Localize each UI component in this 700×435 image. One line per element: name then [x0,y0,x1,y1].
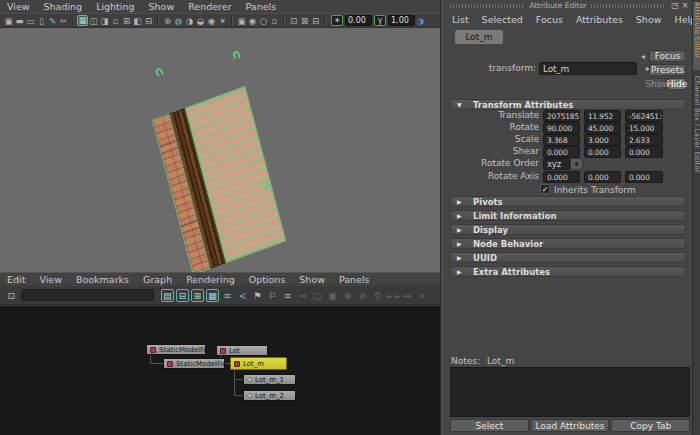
menu-graph[interactable]: Graph [143,274,172,285]
drag-handle[interactable] [450,4,525,8]
add-iterations-icon[interactable]: ++ [385,290,400,301]
attribute-editor-titlebar[interactable]: Attribute Editor ◳ × [443,0,693,11]
rotate-axis-z-field[interactable] [625,171,663,183]
hide-button[interactable]: Hide [668,78,686,90]
section-uuid[interactable]: ▶ UUID [450,252,686,263]
menu-options[interactable]: Options [249,274,286,285]
menu-selected[interactable]: Selected [482,14,523,25]
shear-x-field[interactable] [543,146,580,158]
select-button[interactable]: Select [450,419,529,432]
tab-attribute-editor[interactable]: Attribute Editor [693,2,700,70]
remove-node-icon[interactable]: ⊗ [340,290,355,301]
transform-name-field[interactable] [539,62,637,75]
section-node-behavior[interactable]: ▶ Node Behavior [450,238,686,249]
close-icon[interactable]: × [680,1,690,10]
view-all-icon[interactable]: ⊞ [191,289,204,302]
render-region-icon[interactable]: ⊠ [299,15,310,27]
view-simple-icon[interactable]: ▤ [161,289,174,302]
zero-iterations-icon[interactable]: 0 [370,290,385,301]
notes-textarea[interactable] [450,367,690,417]
gamma-icon[interactable]: γ [374,15,386,26]
pane-bottom-icon[interactable]: ⊟ [143,15,154,27]
rotate-y-field[interactable] [584,122,621,134]
textured-icon[interactable]: ◑ [184,15,195,27]
section-transform-attributes[interactable]: ▼ Transform Attributes [450,99,686,110]
unpin-selected-icon[interactable]: ⚐ [265,290,280,301]
load-attributes-button[interactable]: Load Attributes [531,419,610,432]
menu-shading[interactable]: Shading [44,1,83,12]
translate-x-field[interactable] [543,110,580,122]
translate-y-field[interactable] [584,110,621,122]
pane-left-icon[interactable]: ◧ [132,15,143,27]
menu-renderer[interactable]: Renderer [188,1,231,12]
node-staticmodelfinal[interactable]: StaticModelFinal [146,344,206,355]
pane-two-icon[interactable]: ◫ [88,15,99,27]
rotate-axis-x-field[interactable] [543,171,580,183]
shear-z-field[interactable] [625,146,663,158]
menu-list[interactable]: List [452,14,469,25]
inherits-transform-checkbox[interactable]: ✓ [540,184,550,194]
show-button[interactable]: Show [649,78,666,90]
pane-single-icon[interactable]: ▦ [77,15,88,26]
buffer-icon[interactable]: ⊟ [310,15,321,27]
pin-selected-icon[interactable]: ⚑ [250,290,265,301]
remove-unselected-icon[interactable]: ⊘ [355,290,370,301]
node-lot-m-selected[interactable]: Lot_m [230,357,287,370]
rotate-x-field[interactable] [543,122,580,134]
lights-icon[interactable]: ☀ [217,15,228,27]
camera-attributes-icon[interactable]: ▭ [25,15,36,27]
duplicate-node-icon[interactable]: ▣ [325,290,340,301]
drag-handle[interactable] [591,4,666,8]
pencil-icon[interactable]: ✎ [47,15,58,27]
lock-camera-icon[interactable]: ▬ [14,15,25,27]
menu-edit[interactable]: Edit [7,274,25,285]
node-lot-m-1[interactable]: Lot_m_1 [243,374,296,385]
snapshot-icon[interactable]: ⊡ [288,15,299,27]
wireframe-on-shaded-icon[interactable]: ○ [258,15,269,27]
gamma-input[interactable] [388,15,415,26]
shear-y-field[interactable] [584,146,621,158]
section-display[interactable]: ▶ Display [450,224,686,235]
lit-icon[interactable]: ◒ [195,15,206,27]
section-limit-information[interactable]: ▶ Limit Information [450,210,686,221]
menu-show[interactable]: Show [149,1,175,12]
rotate-z-field[interactable] [625,122,663,134]
node-lot[interactable]: Lot [216,345,268,356]
scale-z-field[interactable] [625,134,663,146]
viewport-canvas[interactable] [0,28,440,272]
node-staticmodelfin[interactable]: StaticModelFin... [163,358,225,369]
xray-icon[interactable]: ◉ [247,15,258,27]
focus-button[interactable]: Focus [649,50,686,62]
dropdown-arrow-icon[interactable]: ▼ [570,158,583,170]
traversal-icon[interactable]: ⇒ [295,290,310,301]
menu-rendering[interactable]: Rendering [186,274,235,285]
menu-focus[interactable]: Focus [536,14,563,25]
float-window-icon[interactable]: ◳ [670,1,680,10]
menu-lighting[interactable]: Lighting [96,1,134,12]
scale-y-field[interactable] [584,134,621,146]
node-graph-canvas[interactable]: StaticModelFinal StaticModelFin... Lot L… [0,306,440,435]
infinite-depth-icon[interactable]: ∞ [415,290,430,301]
tab-channel-box-layer-editor[interactable]: Channel Box / Layer Editor [693,76,700,208]
bookmark-icon[interactable]: ▯ [36,15,47,27]
extend-graph-icon[interactable]: ↔ [400,290,415,301]
view-connected-icon[interactable]: ⊟ [176,289,189,302]
wireframe-icon[interactable]: ⊕ [162,15,173,27]
menu-panels[interactable]: Panels [246,1,277,12]
section-extra-attributes[interactable]: ▶ Extra Attributes [450,266,686,277]
output-connections-icon[interactable]: ≺ [235,290,250,301]
node-lot-m-2[interactable]: Lot_m_2 [243,390,296,401]
pane-small-icon[interactable]: ▫ [110,15,121,27]
isolate-select-icon[interactable]: ▣ [236,15,247,27]
menu-show[interactable]: Show [299,274,325,285]
menu-attributes[interactable]: Attributes [576,14,623,25]
lot-model-mesh[interactable] [152,86,286,272]
menu-show[interactable]: Show [636,14,662,25]
pane-four-icon[interactable]: ⊞ [121,15,132,27]
exposure-icon[interactable]: ☀ [331,15,343,26]
backface-icon[interactable]: ▫ [269,15,280,27]
input-connections-icon[interactable]: ≡ [220,290,235,301]
shadows-icon[interactable]: ◉ [206,15,217,27]
layout-list-icon[interactable]: ≡ [280,290,295,301]
menu-panels[interactable]: Panels [339,274,370,285]
